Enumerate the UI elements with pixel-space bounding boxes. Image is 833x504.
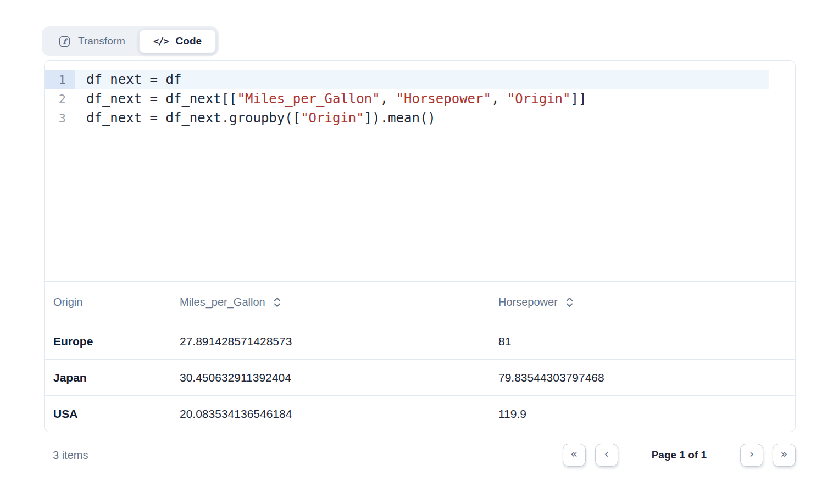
code-line[interactable]: 3df_next = df_next.groupby(["Origin"]).m…	[45, 109, 795, 128]
page-indicator: Page 1 of 1	[652, 449, 707, 461]
tab-transform-label: Transform	[78, 35, 125, 47]
cell-value: 81	[490, 335, 795, 348]
code-token: ,	[380, 91, 396, 107]
string-token: "Miles_per_Gallon"	[237, 91, 380, 107]
cell-value: 119.9	[490, 407, 795, 421]
code-token: ]).mean()	[364, 110, 436, 126]
string-token: "Horsepower"	[396, 91, 491, 107]
chevron-left-icon: ‹	[604, 449, 608, 460]
code-token: df_next = df_next.groupby([	[86, 110, 301, 126]
code-token: df_next = df	[86, 72, 181, 87]
cell-value: 20.083534136546184	[171, 407, 490, 421]
code-editor[interactable]: 1df_next = df2df_next = df_next[["Miles_…	[45, 61, 795, 282]
code-text: df_next = df_next[["Miles_per_Gallon", "…	[75, 89, 795, 109]
result-table: OriginMiles_per_GallonHorsepower Europe2…	[45, 282, 795, 432]
double-chevron-right-icon: »	[781, 449, 788, 460]
double-chevron-left-icon: «	[570, 449, 577, 460]
tab-code-label: Code	[176, 35, 202, 47]
view-tabbar: f Transform </> Code	[42, 26, 219, 56]
line-number: 1	[45, 70, 75, 89]
table-row: Japan30.45063291139240479.83544303797468	[45, 360, 795, 396]
code-icon: </>	[153, 36, 169, 47]
table-row: Europe27.89142857142857381	[45, 323, 795, 360]
items-count: 3 items	[44, 449, 88, 462]
app-window: f Transform </> Code 1df_next = df2df_ne…	[0, 0, 833, 504]
svg-text:f: f	[63, 37, 68, 45]
code-token: ]]	[570, 91, 586, 107]
first-page-button[interactable]: «	[563, 444, 586, 467]
sort-icon[interactable]	[565, 296, 574, 308]
code-line[interactable]: 2df_next = df_next[["Miles_per_Gallon", …	[45, 89, 795, 109]
string-token: "Origin"	[301, 110, 364, 126]
table-footer: 3 items « ‹ Page 1 of 1 › »	[44, 432, 796, 478]
code-text: df_next = df	[75, 70, 795, 89]
chevron-right-icon: ›	[749, 449, 754, 460]
column-label: Origin	[53, 296, 82, 309]
column-label: Horsepower	[498, 296, 558, 309]
function-icon: f	[58, 35, 71, 48]
last-page-button[interactable]: »	[773, 444, 796, 467]
code-token: ,	[491, 91, 507, 107]
line-number: 3	[45, 109, 75, 128]
code-token: df_next = df_next[[	[86, 91, 237, 107]
pagination: « ‹ Page 1 of 1 › »	[563, 444, 796, 467]
code-text: df_next = df_next.groupby(["Origin"]).me…	[75, 109, 795, 128]
column-header-miles_per_gallon[interactable]: Miles_per_Gallon	[171, 296, 490, 309]
cell-value: 79.83544303797468	[490, 371, 795, 384]
cell-origin: Europe	[45, 335, 171, 348]
next-page-button[interactable]: ›	[740, 444, 763, 467]
cell-origin: Japan	[45, 371, 171, 384]
tab-transform[interactable]: f Transform	[45, 29, 139, 53]
code-line[interactable]: 1df_next = df	[45, 70, 795, 89]
table-row: USA20.083534136546184119.9	[45, 396, 795, 432]
string-token: "Origin"	[507, 91, 571, 107]
table-header-row: OriginMiles_per_GallonHorsepower	[45, 282, 795, 323]
cell-origin: USA	[45, 407, 171, 421]
main-panel: 1df_next = df2df_next = df_next[["Miles_…	[44, 60, 796, 432]
column-header-origin: Origin	[45, 296, 171, 309]
sort-icon[interactable]	[273, 296, 281, 308]
column-label: Miles_per_Gallon	[180, 296, 265, 309]
cell-value: 27.891428571428573	[171, 335, 490, 348]
table-body: Europe27.89142857142857381Japan30.450632…	[45, 323, 795, 432]
line-number: 2	[45, 89, 75, 109]
tab-code[interactable]: </> Code	[139, 29, 216, 53]
prev-page-button[interactable]: ‹	[595, 444, 618, 467]
cell-value: 30.450632911392404	[171, 371, 490, 384]
column-header-horsepower[interactable]: Horsepower	[490, 296, 795, 309]
